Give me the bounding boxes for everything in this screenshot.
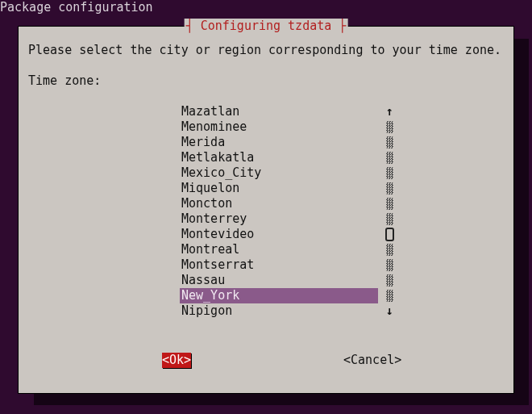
title-left-marker: ┤ bbox=[186, 19, 193, 33]
list-item[interactable]: Metlakatla bbox=[180, 150, 378, 165]
timezone-list[interactable]: MazatlanMenomineeMeridaMetlakatlaMexico_… bbox=[180, 104, 378, 319]
page-header: Package configuration bbox=[0, 0, 532, 15]
scroll-down-icon[interactable]: ↓ bbox=[384, 303, 394, 319]
scrollbar[interactable]: ↑↓ bbox=[384, 104, 394, 319]
scroll-up-icon[interactable]: ↑ bbox=[384, 104, 394, 119]
scroll-track[interactable] bbox=[384, 135, 394, 150]
list-item[interactable]: Monterrey bbox=[180, 211, 378, 227]
scroll-track[interactable] bbox=[384, 242, 394, 257]
field-label: Time zone: bbox=[28, 73, 504, 89]
title-right-marker: ├ bbox=[339, 19, 346, 33]
scroll-track[interactable] bbox=[384, 257, 394, 273]
list-item[interactable]: Montserrat bbox=[180, 257, 378, 273]
scroll-track[interactable] bbox=[384, 211, 394, 227]
list-item[interactable]: Montevideo bbox=[180, 227, 378, 242]
ok-button[interactable]: <Ok> bbox=[162, 353, 191, 368]
list-item[interactable]: Nipigon bbox=[180, 303, 378, 319]
scroll-track[interactable] bbox=[384, 119, 394, 135]
scroll-track[interactable] bbox=[384, 196, 394, 211]
list-item[interactable]: Moncton bbox=[180, 196, 378, 211]
list-item[interactable]: Mazatlan bbox=[180, 104, 378, 119]
scroll-track[interactable] bbox=[384, 165, 394, 181]
scroll-track[interactable] bbox=[384, 288, 394, 303]
list-item[interactable]: Montreal bbox=[180, 242, 378, 257]
list-item[interactable]: Merida bbox=[180, 135, 378, 150]
list-item[interactable]: Mexico_City bbox=[180, 165, 378, 181]
prompt-text: Please select the city or region corresp… bbox=[28, 43, 504, 58]
blank-line bbox=[28, 58, 504, 73]
list-item[interactable]: Menominee bbox=[180, 119, 378, 135]
cancel-button[interactable]: <Cancel> bbox=[343, 353, 401, 368]
scroll-track[interactable] bbox=[384, 273, 394, 288]
list-item[interactable]: Miquelon bbox=[180, 181, 378, 196]
dialog-title-wrap: ┤ Configuring tzdata ├ bbox=[185, 19, 348, 34]
dialog-title: Configuring tzdata bbox=[193, 19, 339, 33]
dialog-body: Please select the city or region corresp… bbox=[28, 43, 504, 89]
list-item[interactable]: New_York bbox=[180, 288, 378, 303]
scroll-track[interactable] bbox=[384, 181, 394, 196]
scroll-track[interactable] bbox=[384, 150, 394, 165]
scroll-thumb[interactable] bbox=[384, 227, 394, 242]
button-row: <Ok> <Cancel> bbox=[19, 353, 513, 368]
dialog-frame: ┤ Configuring tzdata ├ Please select the… bbox=[18, 26, 514, 394]
list-item[interactable]: Nassau bbox=[180, 273, 378, 288]
